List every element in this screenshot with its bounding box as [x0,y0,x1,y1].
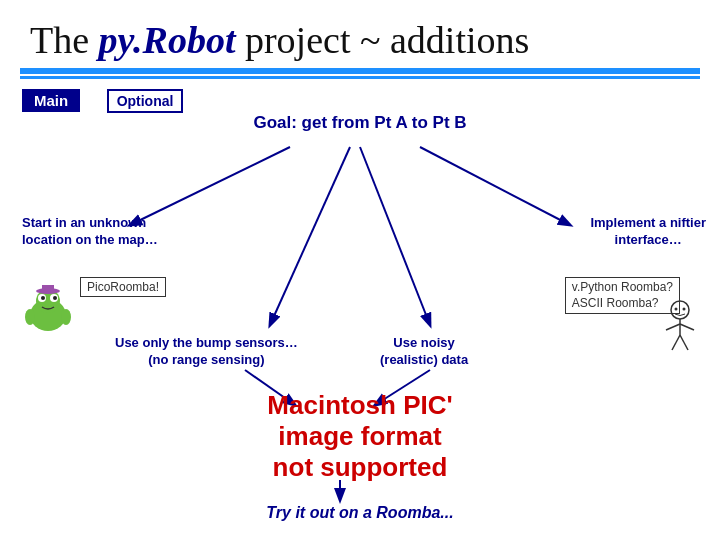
title-prefix: The [30,19,99,61]
svg-point-23 [675,308,678,311]
title-suffix: project ~ additions [235,19,529,61]
svg-rect-14 [42,285,54,292]
title-brand: py.Robot [99,19,236,61]
svg-line-1 [420,147,570,225]
svg-point-17 [671,301,689,319]
svg-line-22 [680,335,688,350]
diagram-area: Goal: get from Pt A to Pt B Start in an … [0,105,720,540]
goal-label: Goal: get from Pt A to Pt B [253,113,466,133]
svg-line-19 [666,324,680,330]
svg-point-16 [61,309,71,325]
svg-point-12 [53,296,57,300]
implement-label: Implement a niftier interface… [590,215,706,249]
noisy-label: Use noisy (realistic) data [380,335,468,369]
svg-point-11 [41,296,45,300]
robot-left-icon [22,283,74,339]
try-label: Try it out on a Roomba... [266,504,453,522]
robot-right-icon [656,300,704,360]
bump-label: Use only the bump sensors… (no range sen… [115,335,298,369]
blue-bar-bottom [20,76,700,79]
svg-line-21 [672,335,680,350]
start-label: Start in an unknown location on the map… [22,215,158,249]
image-error-label: Macintosh PIC' image format not supporte… [267,390,452,484]
picoroomba-box: PicoRoomba! [80,277,166,297]
blue-bar-top [20,68,700,74]
svg-point-24 [683,308,686,311]
svg-line-2 [270,147,350,325]
svg-line-3 [360,147,430,325]
svg-line-20 [680,324,694,330]
page-title: The py.Robot project ~ additions [0,0,720,68]
svg-point-15 [25,309,35,325]
svg-line-0 [130,147,290,225]
